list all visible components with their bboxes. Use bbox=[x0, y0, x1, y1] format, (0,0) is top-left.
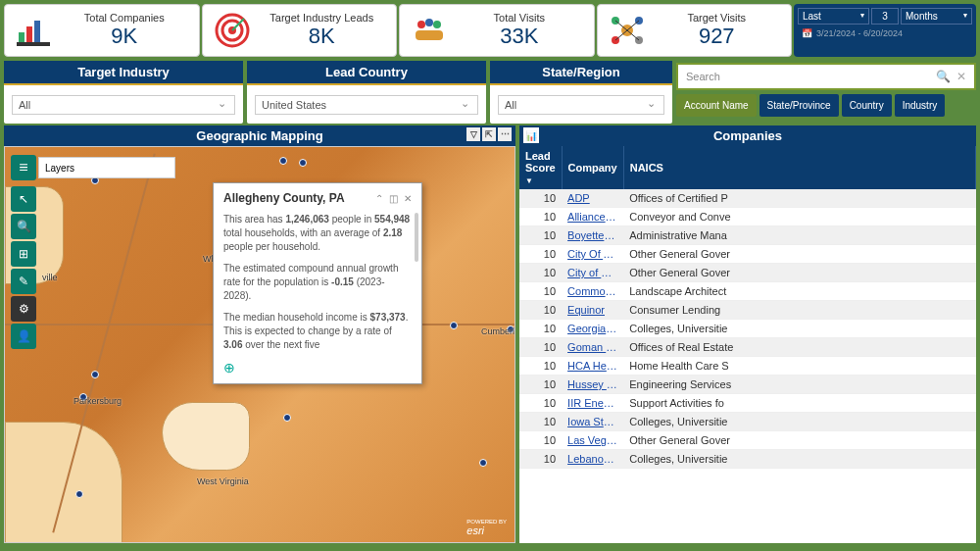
search-tabs: Account Name State/Province Country Indu… bbox=[676, 94, 976, 117]
filter-row: Target Industry All Lead Country United … bbox=[0, 59, 980, 125]
map-marker[interactable] bbox=[450, 322, 458, 329]
settings-tool-icon[interactable]: ⚙ bbox=[11, 296, 36, 322]
filter-icon[interactable]: ▽ bbox=[466, 127, 480, 141]
cell-company-link[interactable]: Lebanon Valley College bbox=[562, 450, 623, 469]
map-marker[interactable] bbox=[75, 490, 83, 498]
search-icon[interactable]: 🔍 bbox=[936, 70, 951, 83]
more-icon[interactable]: ⋯ bbox=[498, 127, 512, 141]
kpi-value: 927 bbox=[699, 24, 735, 49]
table-row: 10City of Colorado SpringsOther General … bbox=[519, 264, 976, 282]
chart-toggle-icon[interactable]: 📊 bbox=[523, 127, 539, 143]
date-period-select[interactable]: Last bbox=[798, 8, 869, 25]
popup-title: Allegheny County, PA ⌃ ◫ ✕ bbox=[223, 191, 412, 205]
export-icon[interactable]: ⇱ bbox=[482, 127, 496, 141]
cell-company-link[interactable]: Equinor bbox=[562, 301, 623, 320]
panel-title: 📊 Companies bbox=[519, 125, 976, 146]
companies-table-wrap[interactable]: Lead Score ▼ Company NAICS 10ADPOffices … bbox=[519, 146, 976, 543]
cell-company-link[interactable]: Georgia Southern University bbox=[562, 320, 623, 338]
col-lead-score[interactable]: Lead Score ▼ bbox=[519, 146, 562, 189]
table-row: 10HCA HealthcareHome Health Care S bbox=[519, 357, 976, 376]
cell-naics: Consumer Lending bbox=[623, 301, 975, 320]
target-industry-dropdown[interactable]: All bbox=[12, 95, 235, 115]
map-marker[interactable] bbox=[299, 159, 307, 167]
col-company[interactable]: Company bbox=[562, 146, 623, 189]
search-input[interactable]: Search 🔍 ✕ bbox=[676, 63, 976, 90]
kpi-label: Total Visits bbox=[494, 12, 545, 24]
cell-company-link[interactable]: IIR Energy bbox=[562, 394, 623, 413]
kpi-total-companies: Total Companies9K bbox=[4, 4, 200, 57]
tab-state-province[interactable]: State/Province bbox=[760, 94, 839, 117]
map-popup: Allegheny County, PA ⌃ ◫ ✕ This area has… bbox=[213, 182, 422, 384]
cell-company-link[interactable]: Las Vegas Economic Urban Development Dep… bbox=[562, 431, 623, 450]
zoom-icon[interactable]: ⊕ bbox=[223, 360, 412, 376]
map-canvas[interactable]: villeWheCumberlaParkersburgWest Virginia… bbox=[4, 146, 515, 543]
date-count-select[interactable]: 3 bbox=[871, 8, 899, 25]
table-row: 10Alliance Industrial SolutionsConveyor … bbox=[519, 208, 976, 226]
layers-menu-icon[interactable]: ≡ bbox=[11, 155, 36, 180]
date-range-label: 📅3/21/2024 - 6/20/2024 bbox=[798, 28, 972, 38]
map-place-label: Parkersburg bbox=[74, 396, 122, 406]
cell-company-link[interactable]: HCA Healthcare bbox=[562, 357, 623, 376]
map-marker[interactable] bbox=[279, 157, 287, 165]
cell-naics: Colleges, Universitie bbox=[623, 320, 975, 338]
cell-company-link[interactable]: City Of Arvada Co bbox=[562, 245, 623, 264]
companies-panel: 📊 Companies Lead Score ▼ Company NAICS 1… bbox=[519, 125, 976, 543]
cell-company-link[interactable]: Boyette Strategic Advisors bbox=[562, 226, 623, 245]
measure-tool-icon[interactable]: ✎ bbox=[11, 269, 36, 294]
grid-tool-icon[interactable]: ⊞ bbox=[11, 241, 36, 267]
cell-naics: Other General Gover bbox=[623, 264, 975, 282]
tab-account-name[interactable]: Account Name bbox=[676, 94, 757, 117]
tab-country[interactable]: Country bbox=[842, 94, 892, 117]
dock-icon[interactable]: ◫ bbox=[389, 193, 398, 204]
popup-text: The median household income is $73,373. … bbox=[223, 311, 412, 352]
cell-score: 10 bbox=[519, 245, 562, 264]
cell-score: 10 bbox=[519, 450, 562, 469]
cell-company-link[interactable]: Goman + York bbox=[562, 338, 623, 357]
map-region bbox=[162, 402, 250, 471]
tab-industry[interactable]: Industry bbox=[895, 94, 946, 117]
user-tool-icon[interactable]: 👤 bbox=[11, 324, 36, 349]
pointer-tool-icon[interactable]: ↖ bbox=[11, 186, 36, 212]
map-marker[interactable] bbox=[479, 459, 487, 467]
cell-naics: Home Health Care S bbox=[623, 357, 975, 376]
kpi-label: Target Visits bbox=[687, 12, 746, 24]
map-marker[interactable] bbox=[283, 414, 291, 422]
svg-point-9 bbox=[425, 19, 433, 26]
cell-company-link[interactable]: Alliance Industrial Solutions bbox=[562, 208, 623, 226]
cell-company-link[interactable]: Commonwealth Economics bbox=[562, 282, 623, 301]
kpi-value: 8K bbox=[309, 24, 335, 49]
lead-country-dropdown[interactable]: United States bbox=[255, 95, 478, 115]
layers-input[interactable] bbox=[38, 157, 175, 178]
table-row: 10Georgia Southern UniversityColleges, U… bbox=[519, 320, 976, 338]
clear-icon[interactable]: ✕ bbox=[956, 70, 966, 83]
map-marker[interactable] bbox=[91, 371, 99, 378]
filter-lead-country: Lead Country United States bbox=[247, 61, 486, 124]
close-icon[interactable]: ✕ bbox=[404, 193, 412, 204]
panel-title: Geographic Mapping ▽ ⇱ ⋯ bbox=[4, 125, 515, 146]
kpi-label: Target Industry Leads bbox=[270, 12, 373, 24]
cell-naics: Conveyor and Conve bbox=[623, 208, 975, 226]
col-naics[interactable]: NAICS bbox=[623, 146, 975, 189]
cell-score: 10 bbox=[519, 376, 562, 394]
date-unit-select[interactable]: Months bbox=[901, 8, 972, 25]
layers-bar: ≡ bbox=[11, 155, 175, 180]
popup-text: The estimated compound annual growth rat… bbox=[223, 262, 412, 303]
kpi-row: Total Companies9K Target Industry Leads8… bbox=[0, 0, 980, 59]
chevron-up-icon[interactable]: ⌃ bbox=[375, 193, 383, 204]
cell-company-link[interactable]: City of Colorado Springs bbox=[562, 264, 623, 282]
state-region-dropdown[interactable]: All bbox=[498, 95, 664, 115]
filter-header: State/Region bbox=[490, 61, 672, 85]
cell-company-link[interactable]: Hussey Gay Bell bbox=[562, 376, 623, 394]
popup-scrollbar[interactable] bbox=[415, 213, 418, 262]
chart-icon bbox=[15, 11, 54, 50]
cell-score: 10 bbox=[519, 394, 562, 413]
cell-company-link[interactable]: Iowa State University bbox=[562, 413, 623, 431]
search-tool-icon[interactable]: 🔍 bbox=[11, 214, 36, 239]
cell-score: 10 bbox=[519, 189, 562, 208]
cell-company-link[interactable]: ADP bbox=[562, 189, 623, 208]
cell-naics: Landscape Architect bbox=[623, 282, 975, 301]
map-place-label: ville bbox=[42, 273, 58, 282]
svg-rect-1 bbox=[26, 26, 32, 44]
cell-naics: Engineering Services bbox=[623, 376, 975, 394]
search-placeholder: Search bbox=[686, 71, 720, 82]
